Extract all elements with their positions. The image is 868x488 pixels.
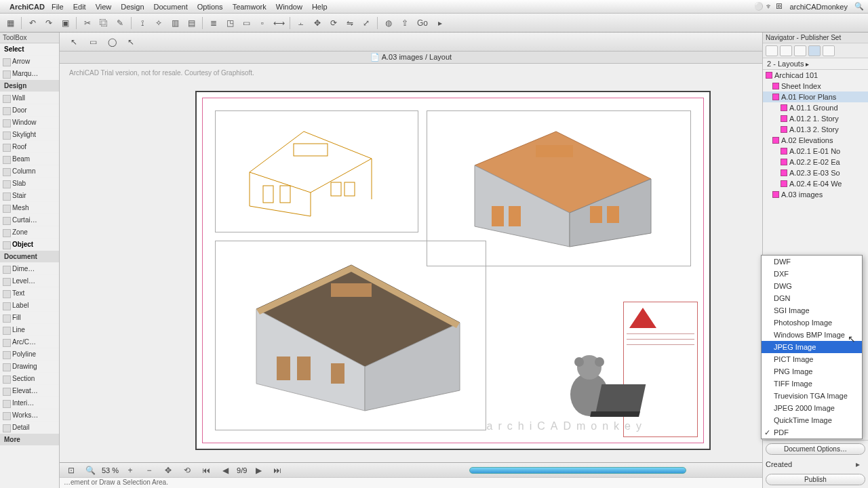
tree-item[interactable]: A.01 Floor Plans [763,92,868,102]
menu-window[interactable]: Window [276,3,302,11]
tool-dimension[interactable]: Dime… [0,263,59,275]
sb-last-icon[interactable]: ⏭ [270,464,285,477]
tb-trace-icon[interactable]: ▤ [184,16,199,30]
tool-beam[interactable]: Beam [0,153,59,165]
tool-arc[interactable]: Arc/C… [0,336,59,348]
tool-arrow[interactable]: Arrow [0,56,59,68]
tool-section[interactable]: Section [0,373,59,385]
drawing-wireframe[interactable] [215,110,418,232]
tb-redo-icon[interactable]: ↷ [41,16,56,30]
document-options-button[interactable]: Document Options… [766,443,865,455]
nav-tab-view-icon[interactable] [780,45,792,56]
format-option[interactable]: Windows BMP Image [762,329,862,341]
tb-copy-icon[interactable]: ⿻ [96,16,111,30]
tb-measure-icon[interactable]: ⟟ [135,16,150,30]
tb-render-icon[interactable]: ◍ [381,16,396,30]
tree-item[interactable]: A.03 images [763,189,868,200]
sb-first-icon[interactable]: ⏮ [199,464,214,477]
format-option[interactable]: SGI Image [762,304,862,317]
tree-item[interactable]: Archicad 101 [763,70,868,81]
tb-scale-icon[interactable]: ⤢ [359,16,374,30]
nav-tab-project-icon[interactable] [766,45,778,56]
format-option[interactable]: Photoshop Image [762,317,862,329]
toolbox-design-header[interactable]: Design [0,80,59,92]
tb-move-icon[interactable]: ✥ [310,16,325,30]
toolbox-document-header[interactable]: Document [0,251,59,263]
tree-item[interactable]: A.02 Elevations [763,135,868,146]
tool-marquee[interactable]: Marqu… [0,68,59,80]
tool-skylight[interactable]: Skylight [0,129,59,141]
tool-line[interactable]: Line [0,324,59,336]
info-mode1-icon[interactable]: ▭ [85,35,100,49]
tool-window[interactable]: Window [0,117,59,129]
tb-cut-icon[interactable]: ✂ [80,16,95,30]
format-option[interactable]: DWG [762,280,862,292]
tool-zone[interactable]: Zone [0,226,59,239]
nav-tab-layout-icon[interactable] [794,45,806,56]
tool-interior[interactable]: Interi… [0,397,59,409]
publisher-set-select[interactable]: 2 - Layouts ▸ [763,58,868,70]
tree-item[interactable]: A.02.4 E-04 We [763,178,868,189]
format-option[interactable]: QuickTime Image [762,414,862,426]
tb-snap-icon[interactable]: ✧ [151,16,166,30]
nav-tab-publisher-icon[interactable] [808,45,821,56]
sb-zoomin-icon[interactable]: + [123,464,138,477]
tree-item[interactable]: Sheet Index [763,81,868,92]
sb-zoom-icon[interactable]: 🔍 [83,464,98,477]
tool-worksheet[interactable]: Works… [0,409,59,422]
format-option[interactable]: JPEG Image [762,341,862,353]
tool-level[interactable]: Level… [0,275,59,287]
toolbox-select[interactable]: Select [0,43,59,56]
menu-file[interactable]: File [52,3,64,11]
format-option[interactable]: PDF [762,426,862,439]
menu-options[interactable]: Options [197,3,223,11]
tool-curtain[interactable]: Curtai… [0,214,59,226]
tree-item[interactable]: A.02.1 E-01 No [763,146,868,157]
tree-item[interactable]: A.02.2 E-02 Ea [763,157,868,167]
created-browse-icon[interactable]: ▸ [850,458,865,471]
sb-pan-icon[interactable]: ✥ [161,464,176,477]
publish-button[interactable]: Publish [766,474,865,485]
tree-item[interactable]: A.01.1 Ground [763,102,868,113]
tb-undo-icon[interactable]: ↶ [25,16,40,30]
tool-label[interactable]: Label [0,300,59,312]
tb-more-icon[interactable]: ▸ [433,16,448,30]
format-option[interactable]: Truevision TGA Image [762,390,862,402]
menu-document[interactable]: Document [154,3,188,11]
tool-wall[interactable]: Wall [0,92,59,104]
info-arrow-icon[interactable]: ↖ [66,35,81,49]
format-option[interactable]: JPEG 2000 Image [762,402,862,414]
tb-section-icon[interactable]: ▭ [239,16,254,30]
tb-rotate-icon[interactable]: ⟳ [326,16,341,30]
menu-edit[interactable]: Edit [73,3,86,11]
tb-align-icon[interactable]: ⫠ [294,16,309,30]
zoom-value[interactable]: 53 % [102,466,119,474]
format-option[interactable]: DXF [762,268,862,280]
format-option[interactable]: DGN [762,292,862,304]
tb-dim-icon[interactable]: ⟷ [271,16,286,30]
tree-item[interactable]: A.01.2 1. Story [763,113,868,124]
tool-slab[interactable]: Slab [0,178,59,190]
format-option[interactable]: PNG Image [762,365,862,378]
tool-detail[interactable]: Detail [0,422,59,434]
tool-polyline[interactable]: Polyline [0,348,59,361]
tb-new-icon[interactable]: ▦ [3,16,18,30]
format-option[interactable]: PICT Image [762,353,862,365]
app-name[interactable]: ArchiCAD [9,3,45,11]
tool-drawing[interactable]: Drawing [0,361,59,373]
format-option[interactable]: DWF [762,256,862,268]
layout-canvas[interactable]: ArchiCAD Trial version, not for resale. … [60,64,762,462]
sb-orbit-icon[interactable]: ⟲ [180,464,195,477]
menu-teamwork[interactable]: Teamwork [233,3,267,11]
tb-layers-icon[interactable]: ≣ [206,16,221,30]
spotlight-icon[interactable]: 🔍 [854,2,864,11]
tb-grid-icon[interactable]: ▥ [167,16,182,30]
tb-mirror-icon[interactable]: ⇋ [342,16,357,30]
tool-door[interactable]: Door [0,104,59,117]
tool-stair[interactable]: Stair [0,190,59,202]
tool-mesh[interactable]: Mesh [0,202,59,214]
menu-help[interactable]: Help [312,3,328,11]
sb-zoomout-icon[interactable]: − [142,464,157,477]
tree-item[interactable]: A.01.3 2. Story [763,124,868,135]
tool-text[interactable]: Text [0,287,59,300]
